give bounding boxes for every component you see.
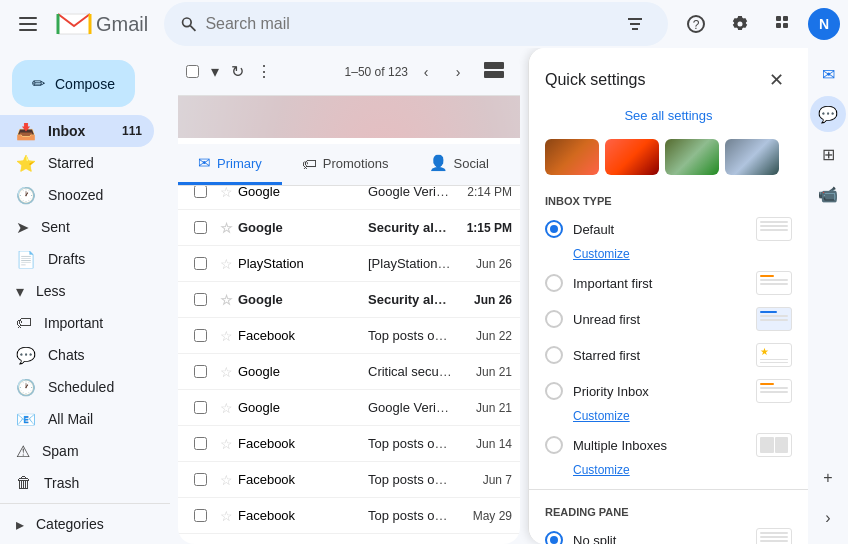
search-input[interactable]: [205, 15, 609, 33]
avatar[interactable]: N: [808, 8, 840, 40]
settings-button[interactable]: [720, 4, 760, 44]
next-page-button[interactable]: ›: [444, 58, 472, 86]
svg-rect-0: [19, 17, 37, 19]
hamburger-menu-button[interactable]: [8, 4, 48, 44]
row-star-area[interactable]: ☆: [214, 256, 238, 272]
prev-page-button[interactable]: ‹: [412, 58, 440, 86]
gmail-text: Gmail: [96, 13, 148, 36]
inbox-option-unread-first[interactable]: Unread first: [529, 301, 808, 337]
sidebar-item-important[interactable]: 🏷 Important: [0, 307, 154, 339]
inbox-option-starred-first[interactable]: Starred first ★: [529, 337, 808, 373]
sidebar-item-trash[interactable]: 🗑 Trash: [0, 467, 154, 499]
row-checkbox[interactable]: [194, 365, 207, 378]
preview-multiple: [756, 433, 792, 457]
customize-priority-link[interactable]: Customize: [529, 409, 808, 427]
trash-icon: 🗑: [16, 474, 32, 492]
row-checkbox-area: [186, 257, 214, 270]
row-checkbox[interactable]: [194, 257, 207, 270]
select-all-checkbox[interactable]: [186, 65, 199, 78]
help-button[interactable]: ?: [676, 4, 716, 44]
tab-social[interactable]: 👤 Social: [409, 144, 509, 185]
email-row[interactable]: ☆ Facebook Top posts on Facebook: posts …: [178, 426, 520, 462]
theme-option-2[interactable]: [605, 139, 659, 175]
email-row[interactable]: ☆ Google Critical security alert for nyi…: [178, 354, 520, 390]
row-checkbox[interactable]: [194, 329, 207, 342]
email-sender: PlayStation: [238, 256, 368, 271]
email-row[interactable]: ☆ PlayStation [PlayStation®Network] アカウン…: [178, 246, 520, 282]
compose-button[interactable]: ✏ Compose: [12, 60, 135, 107]
sidebar-item-scheduled[interactable]: 🕐 Scheduled: [0, 371, 154, 403]
refresh-button[interactable]: ↻: [227, 58, 248, 85]
radio-important-first: [545, 274, 563, 292]
row-checkbox-area: [186, 293, 214, 306]
right-icon-mail[interactable]: ✉: [810, 56, 846, 92]
sidebar-item-label: Snoozed: [48, 187, 142, 203]
row-star-area[interactable]: ☆: [214, 436, 238, 452]
row-star-area[interactable]: ☆: [214, 508, 238, 524]
reading-pane-no-split[interactable]: No split: [529, 522, 808, 544]
row-star-area[interactable]: ☆: [214, 472, 238, 488]
right-icon-spaces[interactable]: ⊞: [810, 136, 846, 172]
tab-primary[interactable]: ✉ Primary: [178, 144, 282, 185]
customize-multiple-link[interactable]: Customize: [529, 463, 808, 481]
sidebar-item-categories[interactable]: ▸ Categories: [0, 508, 154, 540]
sidebar-item-snoozed[interactable]: 🕐 Snoozed: [0, 179, 154, 211]
sidebar-item-sent[interactable]: ➤ Sent: [0, 211, 154, 243]
sidebar-item-all-mail[interactable]: 📧 All Mail: [0, 403, 154, 435]
theme-option-1[interactable]: [545, 139, 599, 175]
email-row[interactable]: ☆ Facebook Top posts on Facebook: posts …: [178, 534, 520, 544]
right-icon-expand[interactable]: ›: [810, 500, 846, 536]
email-row[interactable]: ☆ Facebook Top posts on Facebook: posts …: [178, 318, 520, 354]
email-row[interactable]: ☆ Google Google Verification Code · Goog…: [178, 390, 520, 426]
sidebar-item-label: Trash: [44, 475, 142, 491]
snoozed-icon: 🕐: [16, 186, 36, 205]
view-options-button[interactable]: [476, 58, 512, 85]
inbox-option-multiple[interactable]: Multiple Inboxes: [529, 427, 808, 463]
theme-option-3[interactable]: [665, 139, 719, 175]
theme-option-4[interactable]: [725, 139, 779, 175]
row-star-area[interactable]: ☆: [214, 364, 238, 380]
radio-default: [545, 220, 563, 238]
row-checkbox[interactable]: [194, 473, 207, 486]
quick-settings-title: Quick settings: [545, 71, 645, 89]
row-checkbox[interactable]: [194, 293, 207, 306]
row-star-area[interactable]: ☆: [214, 400, 238, 416]
sidebar-item-less[interactable]: ▾ Less: [0, 275, 154, 307]
sidebar-item-spam[interactable]: ⚠ Spam: [0, 435, 154, 467]
right-icon-meet[interactable]: 📹: [810, 176, 846, 212]
email-row[interactable]: ☆ Facebook Top posts on Facebook: posts …: [178, 462, 520, 498]
apps-button[interactable]: [764, 4, 804, 44]
more-options-button[interactable]: ⋮: [252, 58, 276, 85]
pagination: 1–50 of 123 ‹ ›: [345, 58, 512, 86]
inbox-option-default[interactable]: Default: [529, 211, 808, 247]
see-all-settings-link[interactable]: See all settings: [529, 104, 808, 135]
select-dropdown-button[interactable]: ▾: [207, 58, 223, 85]
tab-promotions[interactable]: 🏷 Promotions: [282, 144, 409, 185]
email-row[interactable]: ☆ Google Security alert · A new sign-in …: [178, 282, 520, 318]
inbox-option-priority[interactable]: Priority Inbox: [529, 373, 808, 409]
inbox-option-important-first[interactable]: Important first: [529, 265, 808, 301]
sidebar-item-drafts[interactable]: 📄 Drafts: [0, 243, 154, 275]
row-checkbox[interactable]: [194, 437, 207, 450]
row-checkbox[interactable]: [194, 509, 207, 522]
row-star-area[interactable]: ☆: [214, 292, 238, 308]
row-checkbox[interactable]: [194, 401, 207, 414]
row-star-area[interactable]: ☆: [214, 328, 238, 344]
email-row[interactable]: ☆ Google Security alert · A new sign-in …: [178, 210, 520, 246]
svg-point-3: [183, 18, 192, 27]
sidebar-item-inbox[interactable]: 📥 Inbox 111: [0, 115, 154, 147]
sidebar-item-chats[interactable]: 💬 Chats: [0, 339, 154, 371]
search-options-button[interactable]: [618, 4, 652, 44]
row-star-area[interactable]: ☆: [214, 220, 238, 236]
row-checkbox[interactable]: [194, 185, 207, 198]
search-bar[interactable]: [164, 2, 668, 46]
important-icon: 🏷: [16, 314, 32, 332]
quick-settings-close-button[interactable]: ✕: [760, 64, 792, 96]
customize-default-link[interactable]: Customize: [529, 247, 808, 265]
row-checkbox[interactable]: [194, 221, 207, 234]
sidebar-item-label: Important: [44, 315, 142, 331]
sidebar-item-starred[interactable]: ⭐ Starred: [0, 147, 154, 179]
email-row[interactable]: ☆ Facebook Top posts on Facebook: posts …: [178, 498, 520, 534]
right-icon-chat[interactable]: 💬: [810, 96, 846, 132]
right-icon-add[interactable]: +: [810, 460, 846, 496]
